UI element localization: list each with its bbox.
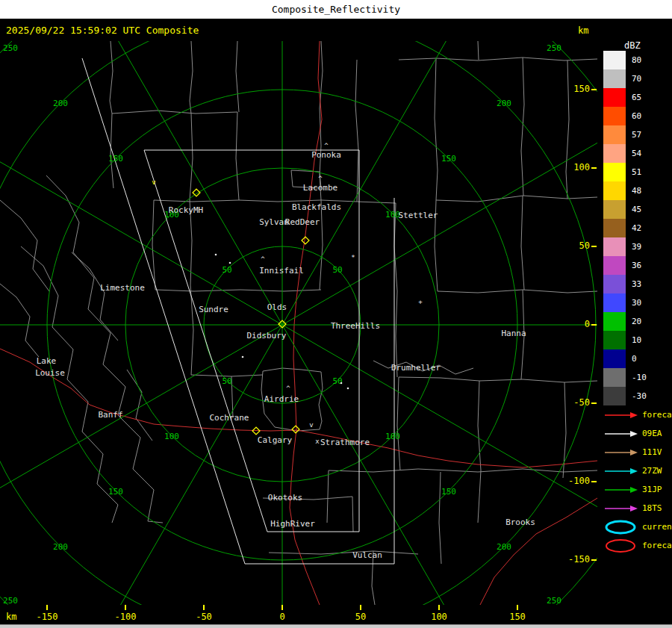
radar-display[interactable]: 2502001501005025020015010050250200150100…	[0, 41, 597, 605]
colorscale-swatch	[603, 293, 626, 312]
colorscale-value: 57	[632, 130, 657, 140]
colorscale-value: -10	[632, 373, 657, 382]
city-label: Drumheller	[391, 363, 441, 373]
map-dot	[340, 382, 343, 385]
colorscale-value: 30	[632, 298, 657, 308]
city-label: Okotoks	[268, 493, 302, 503]
vector-legend-label: forecast	[642, 541, 672, 550]
colorscale-swatch	[603, 200, 626, 219]
colorscale-value: 33	[632, 279, 657, 289]
colorscale-row: 57	[603, 125, 657, 144]
colorscale-title: dBZ	[624, 40, 641, 51]
colorscale-value: 51	[632, 167, 657, 177]
colorscale-row: 36	[603, 256, 657, 275]
colorscale-swatch	[603, 349, 626, 368]
city-label: Banff	[98, 410, 122, 420]
colorscale-swatch	[603, 163, 626, 181]
colorscale-row: 65	[603, 88, 657, 107]
range-label: 150	[441, 154, 456, 164]
vector-legend-row: forecast	[603, 536, 672, 555]
range-label: 100	[164, 432, 179, 441]
vector-arrow-icon	[603, 467, 639, 476]
city-label: Ponoka	[311, 150, 341, 160]
colorscale: 807065605754514845423936333020100-10-30	[603, 51, 657, 405]
colorscale-row: 48	[603, 181, 657, 200]
colorscale-row: 30	[603, 293, 657, 312]
bottom-axis-tick	[46, 605, 48, 610]
city-label: Calgary	[258, 435, 293, 445]
vector-arrow-icon	[603, 485, 639, 494]
bottom-axis-tick	[125, 605, 126, 610]
vector-ellipse-icon	[603, 519, 639, 535]
vector-arrow-icon	[603, 504, 639, 513]
colorscale-swatch	[603, 181, 626, 200]
right-axis-unit-label: km	[578, 25, 588, 36]
vector-legend-label: 09EA	[642, 429, 662, 438]
range-label: 200	[497, 99, 511, 108]
range-label: 100	[385, 432, 400, 441]
range-label: 250	[3, 596, 18, 605]
bottom-axis-label: 100	[423, 612, 455, 622]
colorscale-value: 54	[632, 149, 657, 158]
city-label: Lake	[37, 356, 57, 366]
colorscale-row: 20	[603, 312, 657, 331]
city-label: Airdrie	[264, 394, 299, 404]
bottom-axis-label: 0	[266, 612, 299, 622]
radar-map: 2502001501005025020015010050250200150100…	[0, 41, 597, 605]
city-marker-diamond	[302, 237, 309, 244]
vector-legend: forecast09EA111V27ZW31JP18TScurrentforec…	[603, 405, 672, 555]
map-marker: ^	[286, 385, 290, 392]
city-label: Cochrane	[210, 413, 249, 423]
range-label: 200	[53, 542, 68, 552]
colorscale-row: 0	[603, 349, 657, 368]
colorscale-row: 60	[603, 107, 657, 125]
city-label: Didsbury	[247, 331, 287, 341]
bottom-axis-label: -50	[187, 612, 220, 622]
window-titlebar[interactable]: Composite_Reflectivity	[0, 0, 672, 19]
colorscale-row: 51	[603, 163, 657, 181]
city-marker-diamond	[292, 426, 299, 433]
map-dot	[229, 262, 231, 264]
vector-legend-label: 27ZW	[642, 466, 662, 476]
mountain-boundaries	[0, 175, 163, 523]
azimuth-line	[58, 325, 282, 605]
colorscale-swatch	[603, 256, 626, 275]
range-label: 250	[547, 596, 561, 605]
city-label: HighRiver	[270, 519, 315, 529]
horizontal-scrollbar[interactable]	[0, 624, 672, 628]
bottom-axis-unit-label: km	[6, 612, 16, 622]
colorscale-swatch	[603, 312, 626, 331]
range-label: 250	[3, 43, 18, 53]
azimuth-line	[282, 325, 597, 549]
city-label: Limestone	[100, 283, 145, 293]
colorscale-row: 42	[603, 219, 657, 237]
map-dot	[215, 254, 217, 256]
colorscale-value: 36	[632, 261, 657, 270]
colorscale-swatch	[603, 88, 626, 107]
range-label: 50	[222, 376, 231, 386]
bottom-axis-label: -100	[109, 612, 142, 622]
vector-legend-row: 18TS	[603, 499, 672, 517]
legend-panel: dBZ 807065605754514845423936333020100-10…	[597, 19, 672, 624]
city-label: RockyMH	[169, 205, 203, 215]
colorscale-swatch	[603, 219, 626, 237]
city-label: Strathmore	[320, 438, 370, 447]
colorscale-row: 10	[603, 331, 657, 349]
colorscale-row: -30	[603, 387, 657, 405]
range-label: 250	[547, 43, 561, 53]
timestamp-label: 2025/09/22 15:59:02 UTC Composite	[6, 25, 199, 36]
vector-legend-label: 111V	[642, 447, 662, 457]
city-label: ThreeHills	[331, 321, 380, 331]
range-label: 50	[332, 376, 342, 386]
city-label: Lacombe	[303, 183, 337, 193]
colorscale-swatch	[603, 275, 626, 293]
city-label: Louise	[35, 368, 65, 378]
colorscale-value: 45	[632, 205, 657, 214]
vector-legend-row: 09EA	[603, 424, 672, 443]
map-marker: v	[309, 421, 313, 429]
range-label: 200	[497, 542, 511, 552]
range-label: 150	[108, 487, 123, 497]
city-label: Olds	[267, 302, 287, 312]
range-label: 200	[53, 99, 68, 108]
radar-application-window: Composite_Reflectivity 2025/09/22 15:59:…	[0, 0, 672, 628]
